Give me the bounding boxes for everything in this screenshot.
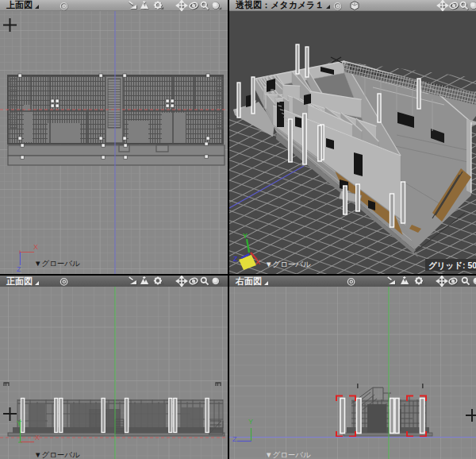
svg-text:Y: Y (248, 418, 253, 426)
svg-text:Z: Z (232, 435, 237, 443)
svg-text:▼グローバル: ▼グローバル (265, 260, 311, 268)
svg-text:▼グローバル: ▼グローバル (34, 450, 80, 459)
svg-text:X: X (35, 434, 40, 442)
svg-text:▼グローバル: ▼グローバル (265, 450, 311, 459)
svg-text:グリッド: 500mm: グリッド: 500mm (428, 260, 476, 270)
svg-text:Y: Y (17, 419, 21, 427)
svg-text:Z: Z (233, 255, 238, 263)
svg-text:Z: Z (17, 265, 21, 273)
svg-text:Y: Y (243, 232, 248, 240)
svg-text:X: X (255, 258, 260, 266)
svg-text:▼グローバル: ▼グローバル (34, 259, 80, 268)
svg-text:X: X (33, 243, 38, 251)
